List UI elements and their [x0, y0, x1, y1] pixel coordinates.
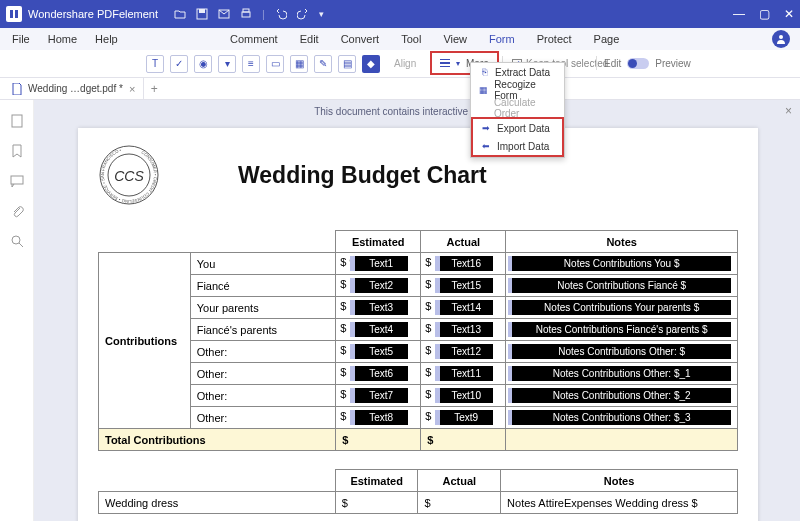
menu-home[interactable]: Home [48, 33, 77, 45]
table-row: Other:$Text6$Text11Notes Contributions O… [99, 363, 738, 385]
form-field[interactable]: Text8 [354, 410, 408, 425]
form-field[interactable]: Text3 [354, 300, 408, 315]
menu-help[interactable]: Help [95, 33, 118, 45]
form-field[interactable]: Text5 [354, 344, 408, 359]
menu-view[interactable]: View [443, 33, 467, 45]
row-label: Other: [190, 363, 335, 385]
svg-rect-6 [12, 115, 22, 127]
form-field[interactable]: Text1 [354, 256, 408, 271]
signature-tool[interactable]: ✎ [314, 55, 332, 73]
save-icon[interactable] [196, 8, 208, 20]
pdf-page: CCS CONSUMER • CREDIT COUNSELING • SERVI… [78, 128, 758, 521]
list-tool[interactable]: ≡ [242, 55, 260, 73]
attire-table: Estimated Actual Notes Wedding dress $ $… [98, 469, 738, 514]
tab-close-icon[interactable]: × [129, 83, 135, 95]
form-field[interactable]: Text4 [354, 322, 408, 337]
section-title: Contributions [99, 253, 191, 429]
open-icon[interactable] [174, 8, 186, 20]
menu-file[interactable]: File [12, 33, 30, 45]
comments-icon[interactable] [10, 174, 24, 188]
radio-tool[interactable]: ◉ [194, 55, 212, 73]
edit-preview-toggle[interactable] [627, 58, 649, 69]
form-field[interactable]: Notes Contributions Fiancé $ [512, 278, 731, 293]
minimize-button[interactable]: — [733, 7, 745, 21]
thumbnails-icon[interactable] [10, 114, 24, 128]
form-field[interactable]: Notes Contributions Other: $_3 [512, 410, 731, 425]
col-notes: Notes [501, 470, 738, 492]
table-row: Other:$Text8$Text9Notes Contributions Ot… [99, 407, 738, 429]
new-tab-button[interactable]: + [144, 82, 164, 96]
app-title: Wondershare PDFelement [28, 8, 158, 20]
col-notes: Notes [506, 231, 738, 253]
form-field[interactable]: Text6 [354, 366, 408, 381]
print-icon[interactable] [240, 8, 252, 20]
app-logo [6, 6, 22, 22]
combo-tool[interactable]: ▾ [218, 55, 236, 73]
button-tool[interactable]: ▭ [266, 55, 284, 73]
eraser-tool[interactable]: ◆ [362, 55, 380, 73]
notice-close-icon[interactable]: × [785, 104, 792, 118]
menu-form[interactable]: Form [489, 33, 515, 45]
menu-tool[interactable]: Tool [401, 33, 421, 45]
dropdown-export-data[interactable]: ➡Export Data [473, 119, 562, 137]
close-button[interactable]: ✕ [784, 7, 794, 21]
row-label: Other: [190, 385, 335, 407]
table-row: Fiancé$ 1Text2$Text15Notes Contributions… [99, 275, 738, 297]
recognize-icon: ▦ [479, 85, 488, 95]
attachments-icon[interactable] [10, 204, 24, 218]
date-tool[interactable]: ▤ [338, 55, 356, 73]
maximize-button[interactable]: ▢ [759, 7, 770, 21]
tab-label: Wedding …dget.pdf * [28, 83, 123, 94]
export-icon: ➡ [481, 123, 491, 133]
form-field[interactable]: Notes Contributions You $ [512, 256, 731, 271]
svg-rect-7 [11, 176, 23, 184]
image-tool[interactable]: ▦ [290, 55, 308, 73]
search-icon[interactable] [10, 234, 24, 248]
text-field-tool[interactable]: T [146, 55, 164, 73]
chevron-down-icon[interactable]: ▾ [319, 8, 324, 20]
user-avatar[interactable] [772, 30, 790, 48]
table-row: Other:$Text5$Text12Notes Contributions O… [99, 341, 738, 363]
total-row: Total Contributions $ $ [99, 429, 738, 451]
svg-rect-3 [242, 12, 250, 17]
form-field[interactable]: Text14 [439, 300, 493, 315]
contributions-table: Estimated Actual Notes ContributionsYou$… [98, 230, 738, 451]
form-field[interactable]: Text9 [439, 410, 493, 425]
row-label: You [190, 253, 335, 275]
form-field[interactable]: Text15 [439, 278, 493, 293]
seal-logo: CCS CONSUMER • CREDIT COUNSELING • SERVI… [98, 144, 160, 206]
menu-edit[interactable]: Edit [300, 33, 319, 45]
preview-label: Preview [655, 58, 691, 69]
row-label: Other: [190, 407, 335, 429]
bookmarks-icon[interactable] [10, 144, 24, 158]
form-field[interactable]: Text10 [439, 388, 493, 403]
menu-protect[interactable]: Protect [537, 33, 572, 45]
form-field[interactable]: Notes Contributions Other: $_2 [512, 388, 731, 403]
redo-icon[interactable] [297, 8, 309, 20]
form-field[interactable]: Text16 [439, 256, 493, 271]
menu-comment[interactable]: Comment [230, 33, 278, 45]
form-field[interactable]: Text12 [439, 344, 493, 359]
form-field[interactable]: Notes AttireExpenses Wedding dress $ [507, 497, 698, 509]
form-field[interactable]: Notes Contributions Your parents $ [512, 300, 731, 315]
document-tab[interactable]: Wedding …dget.pdf * × [4, 78, 144, 100]
form-field[interactable]: Notes Contributions Other: $_1 [512, 366, 731, 381]
menu-convert[interactable]: Convert [341, 33, 380, 45]
pdf-icon [12, 83, 22, 95]
total-label: Total Contributions [99, 429, 336, 451]
mail-icon[interactable] [218, 8, 230, 20]
dropdown-import-data[interactable]: ⬅Import Data [473, 137, 562, 155]
form-field[interactable]: Notes Contributions Other: $ [512, 344, 731, 359]
menu-page[interactable]: Page [594, 33, 620, 45]
form-field[interactable]: Text2 [354, 278, 408, 293]
form-field[interactable]: Text7 [354, 388, 408, 403]
svg-point-5 [779, 35, 783, 39]
form-field[interactable]: Notes Contributions Fiancé's parents $ [512, 322, 731, 337]
form-field[interactable]: Text13 [439, 322, 493, 337]
form-field[interactable]: Text11 [439, 366, 493, 381]
checkbox-tool[interactable]: ✓ [170, 55, 188, 73]
import-icon: ⬅ [481, 141, 491, 151]
align-label: Align [394, 58, 416, 69]
undo-icon[interactable] [275, 8, 287, 20]
svg-text:CCS: CCS [114, 168, 144, 184]
